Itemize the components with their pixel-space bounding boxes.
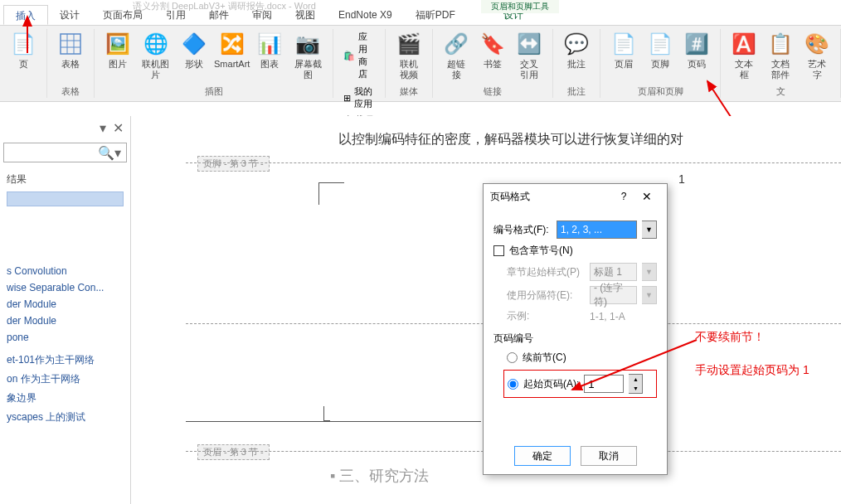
pages-button[interactable]: 📄 页: [7, 29, 40, 71]
separator-label: 使用分隔符(E):: [507, 288, 585, 303]
nav-item[interactable]: on 作为主干网络: [0, 370, 130, 389]
context-tool-group: 页眉和页脚工具: [481, 0, 559, 13]
include-chapter-label: 包含章节号(N): [509, 244, 573, 258]
page-icon: 📄: [10, 31, 36, 57]
include-chapter-checkbox[interactable]: [493, 245, 504, 256]
numbering-section-label: 页码编号: [493, 332, 657, 346]
nav-item[interactable]: der Module: [0, 296, 130, 313]
quickparts-button[interactable]: 📋文档部件: [764, 29, 797, 82]
annotation-text-2: 手动设置起始页码为 1: [695, 363, 809, 378]
chapter-style-select: 标题 1: [590, 263, 637, 281]
screenshot-icon: 📷: [294, 31, 321, 57]
picture-icon: 🖼️: [105, 31, 131, 57]
number-format-label: 编号格式(F):: [493, 223, 552, 237]
footer-section-marker: 页脚 - 第 3 节 -: [197, 156, 270, 172]
nav-dropdown-icon[interactable]: ▾: [100, 120, 106, 136]
header-button[interactable]: 📄页眉: [607, 29, 640, 71]
svg-rect-0: [61, 34, 80, 54]
dialog-help-icon[interactable]: ?: [614, 191, 634, 202]
group-label-headerfooter: 页眉和页脚: [638, 84, 683, 98]
page-number-display: 1: [678, 172, 685, 186]
tab-foxit[interactable]: 福昕PDF: [404, 5, 467, 25]
myapps-button[interactable]: ⊞我的应用: [340, 84, 378, 112]
footer-icon: 📄: [647, 31, 673, 57]
window-title: 语义分割 DeepLabV3+ 调研报告.docx - Word: [133, 0, 316, 12]
nav-item[interactable]: wise Separable Con...: [0, 279, 130, 296]
textbox-button[interactable]: 🅰️文本框: [727, 29, 761, 82]
chevron-down-icon: ▼: [642, 286, 657, 304]
crossref-button[interactable]: ↔️交叉引用: [513, 29, 546, 82]
store-button[interactable]: 🛍️应用商店: [340, 29, 378, 82]
link-icon: 🔗: [443, 31, 469, 57]
doc-heading: ▪ 三、研究方法: [330, 466, 429, 486]
group-label-links: 链接: [484, 84, 502, 98]
smartart-icon: 🔀: [219, 31, 245, 57]
shapes-button[interactable]: 🔷形状: [177, 29, 211, 71]
comment-button[interactable]: 💬批注: [560, 29, 593, 71]
start-at-input[interactable]: [584, 375, 624, 393]
line-corner: [323, 406, 330, 421]
crossref-icon: ↔️: [516, 31, 542, 57]
close-icon[interactable]: ✕: [634, 190, 660, 203]
chart-icon: 📊: [256, 31, 283, 57]
online-video-button[interactable]: 🎬联机视频: [392, 29, 425, 82]
ok-button[interactable]: 确定: [514, 446, 571, 466]
nav-item[interactable]: et-101作为主干网络: [0, 351, 130, 370]
group-label-text: 文: [776, 84, 785, 98]
header-section-marker: 页眉 - 第 3 节 -: [197, 444, 270, 460]
hyperlink-button[interactable]: 🔗超链接: [440, 29, 473, 82]
bookmark-button[interactable]: 🔖书签: [476, 29, 509, 71]
pagenumber-icon: #️⃣: [683, 31, 710, 57]
continue-prev-radio[interactable]: [507, 352, 518, 363]
tab-insert[interactable]: 插入: [3, 5, 48, 25]
nav-search-box[interactable]: 🔍▾: [3, 143, 127, 162]
myapps-icon: ⊞: [343, 93, 351, 104]
wordart-button[interactable]: 🎨艺术字: [800, 29, 834, 82]
chapter-style-label: 章节起始样式(P): [507, 265, 585, 279]
spinner-up-icon[interactable]: ▲: [629, 375, 642, 384]
results-label: 结果: [7, 172, 124, 187]
dashed-line: [186, 162, 841, 163]
nav-item[interactable]: der Module: [0, 313, 130, 329]
chevron-down-icon[interactable]: ▼: [642, 220, 657, 239]
pagenumber-button[interactable]: #️⃣页码: [680, 29, 713, 71]
page-number-format-dialog: 页码格式 ? ✕ 编号格式(F): 1, 2, 3, ... ▼ 包含章节号(N…: [483, 183, 668, 475]
group-label-media: 媒体: [400, 84, 418, 98]
spinner-down-icon[interactable]: ▼: [629, 384, 642, 393]
annotation-text-1: 不要续前节！: [695, 330, 765, 345]
separator-select: - (连字符): [590, 286, 637, 304]
nav-item[interactable]: s Convolution: [0, 263, 130, 279]
shapes-icon: 🔷: [181, 31, 207, 57]
start-at-radio[interactable]: [508, 379, 518, 390]
picture-button[interactable]: 🖼️图片: [101, 29, 134, 71]
store-icon: 🛍️: [343, 51, 355, 61]
number-format-select[interactable]: 1, 2, 3, ...: [557, 220, 637, 239]
nav-close-icon[interactable]: ✕: [113, 120, 124, 136]
example-label: 示例:: [507, 309, 585, 323]
example-value: 1-1, 1-A: [590, 311, 625, 322]
online-picture-button[interactable]: 🌐联机图片: [138, 29, 174, 82]
cancel-button[interactable]: 取消: [581, 446, 637, 466]
search-icon[interactable]: 🔍▾: [93, 145, 126, 161]
tab-design[interactable]: 设计: [48, 5, 91, 25]
footer-button[interactable]: 📄页脚: [644, 29, 677, 71]
video-icon: 🎬: [396, 31, 422, 57]
results-bar[interactable]: [7, 191, 124, 206]
group-label-illustrations: 插图: [205, 84, 223, 98]
screenshot-button[interactable]: 📷屏幕截图: [289, 29, 326, 82]
wordart-icon: 🎨: [804, 31, 830, 57]
tab-endnote[interactable]: EndNote X9: [327, 5, 404, 25]
search-input[interactable]: [4, 147, 93, 158]
nav-item[interactable]: 象边界: [0, 389, 130, 408]
nav-item[interactable]: yscapes 上的测试: [0, 408, 130, 427]
nav-item[interactable]: pone: [0, 329, 130, 346]
continue-prev-label: 续前节(C): [523, 351, 566, 365]
textbox-icon: 🅰️: [731, 31, 757, 57]
comment-icon: 💬: [563, 31, 590, 57]
chart-button[interactable]: 📊图表: [253, 29, 286, 71]
header-icon: 📄: [610, 31, 637, 57]
quickparts-icon: 📋: [767, 31, 794, 57]
table-button[interactable]: 表格: [54, 29, 87, 71]
smartart-button[interactable]: 🔀SmartArt: [214, 29, 250, 71]
nav-list: s Convolution wise Separable Con... der …: [0, 263, 130, 427]
